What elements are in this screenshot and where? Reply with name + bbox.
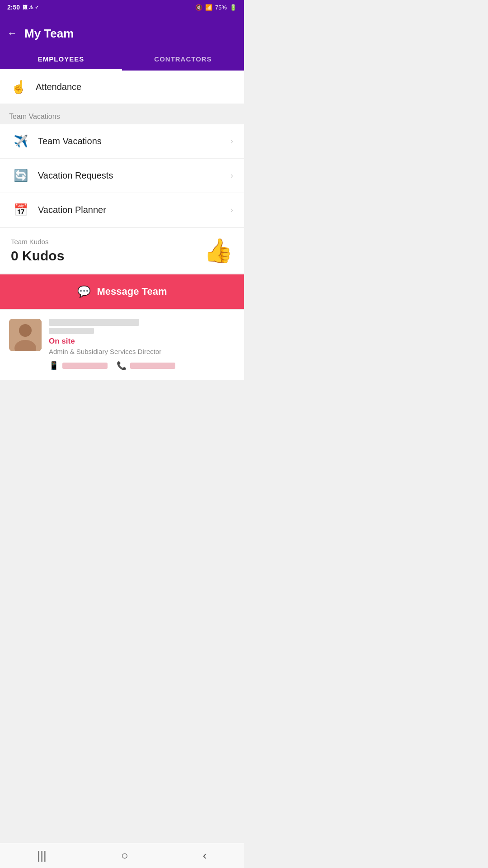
wifi-icon: 📶 [205,4,212,11]
menu-item-vacation-planner[interactable]: 📅 Vacation Planner › [0,193,244,227]
phone-contact[interactable]: 📞 [117,361,175,371]
member-name-line2-blurred [49,328,94,334]
main-content: ☝ Attendance Team Vacations ✈️ Team Vaca… [0,71,244,380]
attendance-label: Attendance [36,82,81,92]
menu-item-team-vacations[interactable]: ✈️ Team Vacations › [0,124,244,159]
header: ← My Team [0,14,244,47]
status-icons: 🖼 ⚠ ✓ [23,5,39,10]
back-button[interactable]: ← [7,28,17,39]
phone-icon: 📞 [117,361,127,371]
kudos-info: Team Kudos 0 Kudos [11,238,64,264]
attendance-row[interactable]: ☝ Attendance [0,71,244,104]
calendar-icon: 📅 [11,203,31,217]
mobile-icon: 📱 [49,361,59,371]
phone-value-blurred [130,363,175,369]
chevron-right-icon: › [230,137,233,146]
thumbsup-icon: 👍 [204,237,233,264]
chevron-right-icon-3: › [230,205,233,215]
vacation-planner-label: Vacation Planner [38,205,230,215]
mobile-value-blurred [62,363,108,369]
svg-point-1 [19,324,32,337]
page-title: My Team [24,27,74,41]
time-display: 2:50 [7,4,20,11]
status-time: 2:50 🖼 ⚠ ✓ [7,4,39,11]
tab-bar: EMPLOYEES CONTRACTORS [0,47,244,71]
team-vacations-label: Team Vacations [38,136,230,146]
tab-contractors[interactable]: CONTRACTORS [122,47,244,71]
mute-icon: 🔇 [195,4,202,11]
clock-icon: 🔄 [11,169,31,183]
message-team-label: Message Team [97,286,167,297]
avatar [9,319,42,351]
member-details: On site Admin & Subsidiary Services Dire… [49,319,235,371]
kudos-count: 0 Kudos [11,248,64,264]
kudos-section: Team Kudos 0 Kudos 👍 [0,228,244,274]
tab-employees[interactable]: EMPLOYEES [0,47,122,71]
mobile-contact[interactable]: 📱 [49,361,108,371]
message-team-button[interactable]: 💬 Message Team [0,274,244,309]
status-right-icons: 🔇 📶 75% 🔋 [195,4,237,11]
battery-display: 75% [215,4,227,11]
plane-icon: ✈️ [11,134,31,148]
member-status: On site [49,337,235,346]
chat-icon: 💬 [77,285,91,298]
avatar-image [9,319,42,351]
vacation-requests-label: Vacation Requests [38,170,230,181]
member-card[interactable]: On site Admin & Subsidiary Services Dire… [0,310,244,380]
member-name-blurred [49,319,139,326]
avatar-svg [9,319,42,351]
chevron-right-icon-2: › [230,171,233,180]
member-contacts: 📱 📞 [49,361,235,371]
status-bar: 2:50 🖼 ⚠ ✓ 🔇 📶 75% 🔋 [0,0,244,14]
menu-item-vacation-requests[interactable]: 🔄 Vacation Requests › [0,159,244,193]
kudos-title: Team Kudos [11,238,64,245]
member-role: Admin & Subsidiary Services Director [49,348,235,355]
battery-icon: 🔋 [230,4,237,11]
vacations-menu-list: ✈️ Team Vacations › 🔄 Vacation Requests … [0,124,244,227]
team-vacations-section-header: Team Vacations [0,104,244,124]
fingerprint-icon: ☝ [11,80,27,94]
